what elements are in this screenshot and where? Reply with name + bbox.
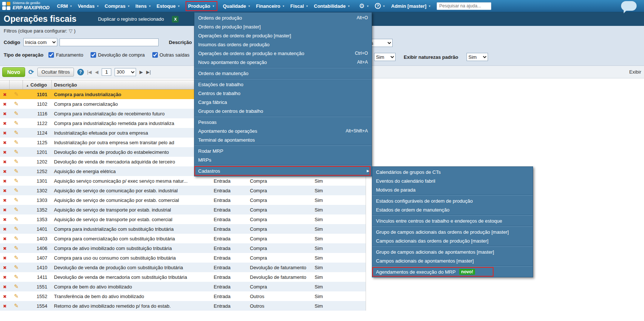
next-page-icon[interactable] <box>139 70 143 75</box>
submenu-item[interactable]: Estados configuráveis de ordem de produç… <box>372 196 533 205</box>
header-descricao[interactable]: Descrição <box>52 80 211 89</box>
edit-icon[interactable] <box>14 129 19 136</box>
refresh-icon[interactable] <box>28 68 34 76</box>
edit-icon[interactable] <box>14 178 19 184</box>
submenu-item[interactable]: Grupo de campos adicionais das ordens de… <box>372 227 533 236</box>
admin-user-menu[interactable]: Admin [master] <box>391 3 431 9</box>
edit-icon[interactable] <box>14 235 19 242</box>
page-number-input[interactable] <box>102 68 111 76</box>
edit-icon[interactable] <box>14 283 19 290</box>
menu-item[interactable]: MRPs <box>194 155 372 164</box>
nav-menu-item[interactable]: Vendas <box>78 3 99 9</box>
first-page-icon[interactable] <box>87 70 92 75</box>
edit-icon[interactable] <box>14 274 19 280</box>
edit-icon[interactable] <box>14 101 19 107</box>
table-row[interactable]: 1554 Retorno de ativo imobilizado remeti… <box>0 301 366 311</box>
edit-icon[interactable] <box>14 187 19 194</box>
menu-item[interactable]: Apontamento de operações Alt+Shift+A <box>194 126 372 135</box>
submenu-item[interactable]: Motivos de parada <box>372 185 533 194</box>
menu-item[interactable]: Ordens de produção [master] <box>194 22 372 31</box>
menu-item[interactable]: Ordens de manutenção <box>194 69 372 78</box>
menu-item-cadastros[interactable]: Cadastros ▶ <box>194 166 372 175</box>
menu-item[interactable]: Carga fábrica <box>194 98 372 107</box>
header-codigo[interactable]: Código <box>23 80 52 89</box>
help-search-input[interactable] <box>437 2 491 10</box>
delete-icon[interactable] <box>3 294 7 299</box>
page-size-select[interactable]: 300 <box>115 68 136 76</box>
edit-icon[interactable] <box>14 168 19 175</box>
menu-item[interactable]: Novo apontamento de operação Alt+A <box>194 58 372 67</box>
edit-icon[interactable] <box>14 158 19 165</box>
nav-menu-item[interactable]: Produção <box>186 1 217 11</box>
edit-icon[interactable] <box>14 110 19 117</box>
delete-icon[interactable] <box>3 284 7 290</box>
edit-icon[interactable] <box>14 264 19 271</box>
delete-icon[interactable] <box>3 169 7 174</box>
menu-item[interactable]: Centros de trabalho <box>194 89 372 98</box>
submenu-item[interactable]: Eventos do calendário fabril <box>372 176 533 185</box>
table-row[interactable]: 1353 Aquisição de serviço de transporte … <box>0 214 366 224</box>
duplicate-record-button[interactable]: Duplicar o registro selecionado <box>98 16 164 22</box>
table-row[interactable]: 1401 Compra para industrialização com su… <box>0 224 366 234</box>
submenu-item[interactable]: Calendários de grupos de CTs <box>372 168 533 176</box>
novo-button[interactable]: Novo <box>2 67 25 77</box>
exibir-naturezas-select[interactable]: Sim <box>467 53 488 61</box>
table-row[interactable]: 1352 Aquisição de serviço de transporte … <box>0 205 366 214</box>
edit-icon[interactable] <box>14 216 19 223</box>
table-row[interactable]: 1407 Compra para uso ou consumo com subs… <box>0 253 366 263</box>
delete-icon[interactable] <box>3 197 7 203</box>
delete-icon[interactable] <box>3 207 7 213</box>
table-row[interactable]: 1551 Compra de bem do ativo imobilizado … <box>0 282 366 291</box>
delete-icon[interactable] <box>3 178 7 184</box>
table-row[interactable]: 1301 Aquisição serviço comunicação p/ ex… <box>0 176 366 186</box>
delete-icon[interactable] <box>3 130 7 136</box>
menu-item[interactable]: Operações de ordens de produção [master] <box>194 31 372 40</box>
submenu-item[interactable]: Grupo de campos adicionais de apontament… <box>372 247 533 256</box>
menu-item[interactable]: Operações de ordens de produção e manute… <box>194 49 372 58</box>
nav-menu-item[interactable]: Contabilidade <box>314 3 350 9</box>
nav-menu-item[interactable]: Compras <box>105 3 130 9</box>
edit-icon[interactable] <box>14 91 19 98</box>
menu-item[interactable]: Pessoas <box>194 118 372 126</box>
exibir-label[interactable]: Exibir <box>629 69 644 75</box>
menu-item[interactable]: Terminal de apontamentos <box>194 135 372 144</box>
delete-icon[interactable] <box>3 255 7 261</box>
table-row[interactable]: 1303 Aquisição de serviço de comunicação… <box>0 195 366 205</box>
delete-icon[interactable] <box>3 92 7 97</box>
checkbox-input[interactable] <box>48 52 54 58</box>
edit-icon[interactable] <box>14 120 19 126</box>
edit-icon[interactable] <box>14 197 19 203</box>
table-row[interactable]: 1302 Aquisição de serviço de comunicação… <box>0 186 366 195</box>
delete-icon[interactable] <box>3 159 7 165</box>
submenu-item[interactable]: Vínculos entre centros de trabalho e end… <box>372 216 533 225</box>
filter-checkbox[interactable]: Devolução de compra <box>91 52 145 58</box>
submenu-item[interactable]: Estados de ordem de manutenção <box>372 205 533 214</box>
menu-item[interactable]: Grupos de centros de trabalho <box>194 107 372 115</box>
edit-icon[interactable] <box>14 149 19 155</box>
delete-icon[interactable] <box>3 149 7 155</box>
brand-logo[interactable]: Sistema de gestão ERP MAXIPROD <box>2 1 57 10</box>
chat-bubble-icon[interactable] <box>621 1 637 11</box>
delete-icon[interactable] <box>3 217 7 222</box>
nav-menu-item[interactable]: CRM <box>57 3 72 9</box>
checkbox-input[interactable] <box>152 52 158 58</box>
table-row[interactable]: 1410 Devolução de venda de produção com … <box>0 263 366 272</box>
table-row[interactable]: 1552 Transferência de bem do ativo imobi… <box>0 291 366 301</box>
edit-icon[interactable] <box>14 245 19 251</box>
delete-icon[interactable] <box>3 111 7 116</box>
submenu-item[interactable]: Campos adicionais de apontamentos [maste… <box>372 256 533 265</box>
filter-checkbox[interactable]: Outras saídas <box>152 52 190 58</box>
delete-icon[interactable] <box>3 121 7 126</box>
prev-page-icon[interactable] <box>95 70 98 75</box>
checkbox-input[interactable] <box>91 52 96 58</box>
delete-icon[interactable] <box>3 274 7 280</box>
submenu-item-agendamentos-mrp[interactable]: Agendamentos de execução do MRP novo! <box>372 267 533 276</box>
filter-checkbox[interactable]: Faturamento <box>48 52 83 58</box>
delete-icon[interactable] <box>3 101 7 107</box>
table-row[interactable]: 1403 Compra para comercialização com sub… <box>0 234 366 243</box>
delete-icon[interactable] <box>3 226 7 232</box>
delete-icon[interactable] <box>3 236 7 241</box>
edit-icon[interactable] <box>14 206 19 213</box>
edit-icon[interactable] <box>14 139 19 146</box>
sim-select[interactable]: Sim <box>374 53 396 61</box>
